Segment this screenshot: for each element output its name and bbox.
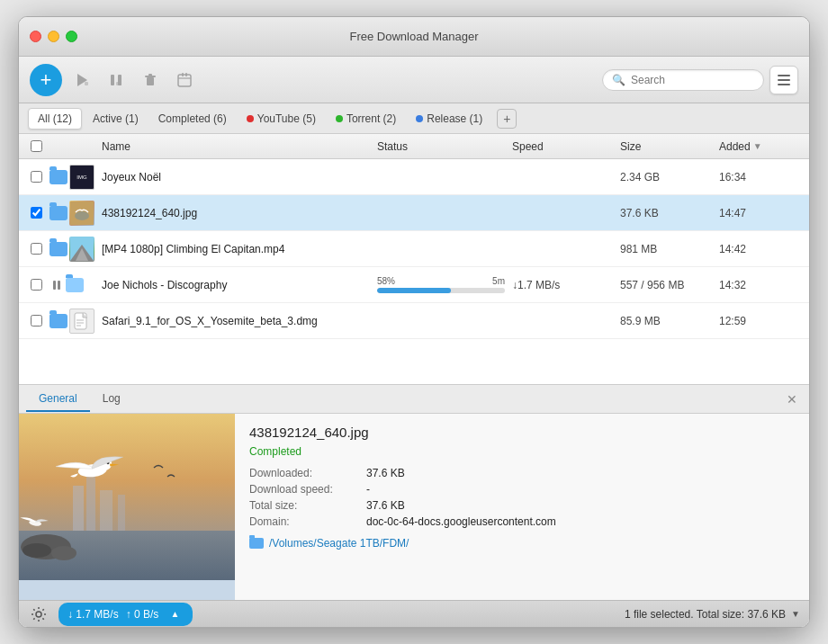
svg-rect-9 xyxy=(182,73,184,76)
detail-info-panel: 438192124_640.jpg Completed Downloaded: … xyxy=(235,414,809,600)
row2-checkbox[interactable] xyxy=(31,207,42,219)
add-button[interactable]: + xyxy=(30,64,62,96)
filter-tab-active-label: Active (1) xyxy=(93,112,139,125)
row4-progress-bar-bg xyxy=(377,288,505,293)
download-table: Name Status Speed Size Added ▼ xyxy=(19,134,809,384)
plus-icon: + xyxy=(40,68,52,92)
table-row[interactable]: Joe Nichols - Discography 58% 5m ↓1.7 MB… xyxy=(19,267,809,303)
scheduler-icon xyxy=(176,71,194,89)
statusbar-chevron-icon[interactable]: ▼ xyxy=(791,609,800,619)
row3-checkbox-cell[interactable] xyxy=(22,243,50,255)
filter-tab-completed-label: Completed (6) xyxy=(158,112,227,125)
svg-point-29 xyxy=(51,546,76,560)
resume-button[interactable] xyxy=(68,66,96,94)
row3-icons xyxy=(50,237,98,262)
resume-icon xyxy=(73,71,91,89)
row2-size: 37.6 KB xyxy=(616,207,716,219)
add-tab-button[interactable]: + xyxy=(497,109,517,129)
row4-eta: 5m xyxy=(492,276,505,286)
detail-grid: Downloaded: 37.6 KB Download speed: - To… xyxy=(249,467,795,528)
filter-tab-release[interactable]: Release (1) xyxy=(407,109,491,129)
mountain-thumb-icon xyxy=(70,237,94,261)
filter-tab-youtube-label: YouTube (5) xyxy=(257,112,316,125)
row5-checkbox-cell[interactable] xyxy=(22,315,50,326)
row4-speed: ↓1.7 MB/s xyxy=(508,279,616,291)
settings-gear-button[interactable] xyxy=(28,604,50,625)
menu-icon-line3 xyxy=(778,84,790,85)
search-box[interactable]: 🔍 xyxy=(602,69,764,91)
table-header-row: Name Status Speed Size Added ▼ xyxy=(19,134,809,159)
row3-thumb xyxy=(69,237,94,262)
row1-checkbox-cell[interactable] xyxy=(22,171,50,183)
table-row[interactable]: Safari_9.1_for_OS_X_Yosemite_beta_3.dmg … xyxy=(19,303,809,339)
titlebar: Free Download Manager xyxy=(19,17,809,57)
header-name-col[interactable]: Name xyxy=(98,140,374,153)
row2-checkbox-cell[interactable] xyxy=(22,207,50,219)
row1-icons: IMG xyxy=(50,165,98,190)
row4-progress-pct: 58% xyxy=(377,276,395,286)
close-button[interactable] xyxy=(30,31,41,42)
detail-tab-general[interactable]: General xyxy=(26,387,90,412)
detail-tabs-bar: General Log ✕ xyxy=(19,385,809,414)
search-icon: 🔍 xyxy=(612,74,626,86)
svg-point-13 xyxy=(75,211,89,220)
status-expand-button[interactable]: ▲ xyxy=(166,605,184,623)
domain-label: Domain: xyxy=(249,515,366,528)
pause-all-button[interactable] xyxy=(102,66,130,94)
filter-tab-youtube[interactable]: YouTube (5) xyxy=(238,109,325,129)
status-right: 1 file selected. Total size: 37.6 KB ▼ xyxy=(625,608,800,621)
row3-checkbox[interactable] xyxy=(31,243,42,255)
row3-size: 981 MB xyxy=(616,243,716,255)
table-row[interactable]: IMG Joyeux Noël 2.34 GB 16:34 xyxy=(19,159,809,195)
svg-point-28 xyxy=(22,543,51,558)
filter-tab-completed[interactable]: Completed (6) xyxy=(149,109,236,129)
header-added-col[interactable]: Added ▼ xyxy=(716,140,806,153)
filter-tab-torrent[interactable]: Torrent (2) xyxy=(327,109,405,129)
svg-rect-8 xyxy=(178,75,191,86)
filter-tab-active[interactable]: Active (1) xyxy=(84,109,148,129)
svg-rect-1 xyxy=(85,82,88,85)
folder-icon xyxy=(50,170,68,184)
row1-checkbox[interactable] xyxy=(31,171,42,183)
detail-path[interactable]: /Volumes/Seagate 1TB/FDM/ xyxy=(249,537,795,550)
dmg-file-icon xyxy=(74,312,90,330)
svg-rect-24 xyxy=(86,477,95,531)
row1-size: 2.34 GB xyxy=(616,171,716,183)
minimize-button[interactable] xyxy=(48,31,59,42)
header-status-col[interactable]: Status xyxy=(374,140,508,153)
pause-icon xyxy=(50,278,64,292)
downloaded-label: Downloaded: xyxy=(249,467,366,479)
row2-name: 438192124_640.jpg xyxy=(98,207,374,219)
detail-close-button[interactable]: ✕ xyxy=(784,391,800,407)
detail-content: 438192124_640.jpg Completed Downloaded: … xyxy=(19,414,809,600)
folder-icon xyxy=(50,242,68,256)
header-checkbox-col xyxy=(22,140,50,152)
menu-icon-line2 xyxy=(778,79,790,81)
table-row[interactable]: [MP4 1080p] Climbing El Capitan.mp4 981 … xyxy=(19,231,809,267)
pause-all-icon xyxy=(107,71,125,89)
path-folder-icon xyxy=(249,538,264,549)
menu-button[interactable] xyxy=(770,66,798,94)
row4-checkbox-cell[interactable] xyxy=(22,279,50,291)
row4-size: 557 / 956 MB xyxy=(616,279,716,291)
row4-checkbox[interactable] xyxy=(31,279,42,291)
scheduler-button[interactable] xyxy=(170,66,199,94)
toolbar: + xyxy=(19,57,809,103)
search-input[interactable] xyxy=(631,74,757,86)
row5-thumb xyxy=(69,309,94,334)
row5-size: 85.9 MB xyxy=(616,315,716,327)
sort-arrow-icon: ▼ xyxy=(753,141,762,151)
select-all-checkbox[interactable] xyxy=(31,140,42,152)
detail-tab-log[interactable]: Log xyxy=(90,387,133,412)
row5-checkbox[interactable] xyxy=(31,315,42,326)
svg-rect-2 xyxy=(111,75,114,85)
svg-rect-10 xyxy=(185,73,187,76)
maximize-button[interactable] xyxy=(66,31,77,42)
table-rows-container: IMG Joyeux Noël 2.34 GB 16:34 xyxy=(19,159,809,384)
header-speed-col[interactable]: Speed xyxy=(508,140,616,153)
filter-tab-torrent-label: Torrent (2) xyxy=(346,112,396,125)
header-size-col[interactable]: Size xyxy=(616,140,716,153)
delete-button[interactable] xyxy=(136,66,165,94)
table-row[interactable]: 438192124_640.jpg 37.6 KB 14:47 xyxy=(19,195,809,231)
filter-tab-all[interactable]: All (12) xyxy=(28,108,82,130)
